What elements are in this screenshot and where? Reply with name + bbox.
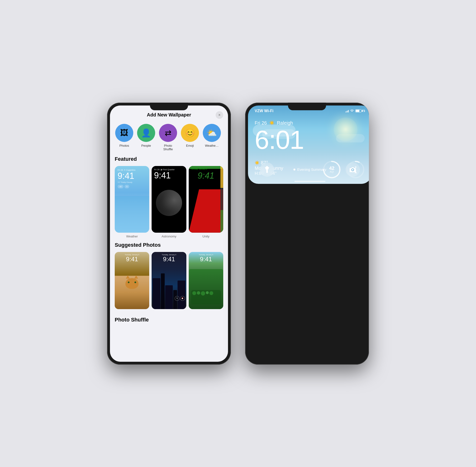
sun-graphic bbox=[334, 117, 357, 141]
battery-icon bbox=[355, 109, 362, 112]
nature-time: 9:41 bbox=[189, 256, 223, 263]
suggested-section: Suggested Photos Tuesday, January 9 9:41 bbox=[110, 242, 228, 313]
people-label: People bbox=[141, 144, 151, 147]
weather-icon: ⛅ bbox=[203, 124, 221, 142]
battery-percent: 73 bbox=[362, 109, 365, 113]
photos-icon: 🖼 bbox=[115, 124, 133, 142]
notch bbox=[150, 103, 188, 110]
aqi-value: 42 bbox=[329, 166, 334, 170]
unity-red bbox=[189, 189, 223, 233]
svg-rect-4 bbox=[266, 166, 268, 167]
category-weather[interactable]: ⛅ Weathe… bbox=[202, 124, 221, 151]
uv-sun-icon: ☀ bbox=[354, 165, 357, 169]
status-icons: 73 bbox=[346, 109, 365, 113]
unity-wallpaper-card[interactable]: 9:41 Tuesday, January 9 bbox=[189, 166, 223, 233]
carrier-label: VZW Wi-Fi bbox=[255, 109, 274, 113]
signal-bar-1 bbox=[346, 111, 346, 112]
unity-date: Tuesday, January 9 bbox=[191, 168, 207, 170]
cat-body-area bbox=[115, 276, 149, 309]
lily-detail bbox=[191, 290, 221, 304]
photo-shuffle-section: Photo Shuffle bbox=[110, 313, 228, 323]
flashlight-button[interactable] bbox=[260, 162, 274, 177]
lily1 bbox=[192, 291, 196, 295]
svg-rect-6 bbox=[266, 169, 268, 173]
wallpaper-sheet: Add New Wallpaper × 🖼 Photos 👤 People ⇄ … bbox=[110, 105, 228, 362]
lock-bottom: Evening Summary bbox=[248, 162, 369, 177]
lily5 bbox=[209, 291, 213, 295]
cloud-2 bbox=[262, 129, 296, 139]
shuffle-icon: ⇄ bbox=[159, 124, 177, 142]
weather-card-info: 72° Partly Cloudy bbox=[118, 181, 146, 183]
moon-graphic bbox=[152, 180, 186, 225]
building-2 bbox=[161, 273, 165, 309]
cat-eyes bbox=[125, 278, 138, 283]
suggested-cat-card[interactable]: Tuesday, January 9 9:41 bbox=[115, 252, 149, 309]
svg-marker-5 bbox=[265, 167, 269, 169]
aqi-gauge-inner: 42 AQI bbox=[329, 166, 334, 173]
weather-card-sky bbox=[115, 196, 149, 233]
category-emoji[interactable]: 😊 Emoji bbox=[180, 124, 200, 151]
suggested-nature-card[interactable]: Tuesday, January 9 9:41 bbox=[189, 252, 223, 309]
signal-icon bbox=[346, 110, 349, 112]
uv-badge: 5 bbox=[125, 185, 129, 188]
city-badges: 72 ⏰ bbox=[175, 296, 185, 301]
uv-gauge-inner: ☀ 1 bbox=[354, 165, 357, 174]
weather-card-label: Weather bbox=[115, 234, 149, 238]
right-phone: VZW Wi-Fi bbox=[245, 103, 369, 364]
cat-eye-right bbox=[135, 282, 136, 283]
nature-card-header: Tuesday, January 9 9:41 bbox=[189, 254, 223, 263]
astronomy-card-date: Fri 26 ◑ First Quarter bbox=[154, 168, 184, 171]
unity-time: 9:41 bbox=[191, 171, 221, 181]
suggested-title: Suggested Photos bbox=[115, 242, 223, 248]
aqi-label: AQI bbox=[329, 170, 334, 173]
cat-eye-left bbox=[128, 282, 129, 283]
notification-dot bbox=[293, 169, 295, 170]
weather-badges: 42 5 bbox=[118, 185, 146, 188]
right-screen: VZW Wi-Fi bbox=[248, 105, 369, 184]
cat-card-header: Tuesday, January 9 9:41 bbox=[115, 254, 149, 263]
featured-card-labels: Weather Astronomy Unity bbox=[115, 234, 223, 238]
city-buildings bbox=[152, 273, 186, 309]
emoji-icon: 😊 bbox=[181, 124, 199, 142]
scroll-area[interactable]: Featured Fri 26 ☀ Cupertino 9:41 72° Par… bbox=[110, 156, 228, 350]
category-people[interactable]: 👤 People bbox=[137, 124, 156, 151]
weather-wallpaper-card[interactable]: Fri 26 ☀ Cupertino 9:41 72° Partly Cloud… bbox=[115, 166, 149, 233]
people-icon: 👤 bbox=[137, 124, 155, 142]
home-indicator bbox=[294, 181, 325, 182]
weather-card-date: Fri 26 ☀ Cupertino bbox=[118, 169, 146, 171]
category-photos[interactable]: 🖼 Photos bbox=[115, 124, 134, 151]
category-shuffle[interactable]: ⇄ PhotoShuffle bbox=[159, 124, 177, 151]
cat-time: 9:41 bbox=[115, 256, 149, 263]
moon bbox=[156, 190, 182, 216]
cat-ear-left bbox=[126, 275, 130, 279]
cat-date: Tuesday, January 9 bbox=[115, 254, 149, 256]
unity-flag-stripe bbox=[220, 166, 223, 233]
suggested-city-card[interactable]: Tuesday, January 9 9:41 bbox=[152, 252, 186, 309]
lily3 bbox=[201, 291, 205, 296]
astronomy-wallpaper-card[interactable]: Fri 26 ◑ First Quarter 9:41 bbox=[152, 166, 186, 233]
signal-bar-3 bbox=[348, 110, 349, 112]
unity-content: 9:41 Tuesday, January 9 bbox=[189, 166, 223, 233]
photos-label: Photos bbox=[119, 144, 129, 147]
left-phone: Add New Wallpaper × 🖼 Photos 👤 People ⇄ … bbox=[107, 103, 231, 364]
photo-shuffle-title: Photo Shuffle bbox=[115, 317, 223, 323]
close-button[interactable]: × bbox=[216, 111, 223, 119]
building-3 bbox=[165, 285, 173, 309]
shuffle-label: PhotoShuffle bbox=[163, 144, 173, 151]
weather-card-time: 9:41 bbox=[118, 172, 146, 180]
icon-row: 🖼 Photos 👤 People ⇄ PhotoShuffle 😊 Emoji… bbox=[110, 121, 228, 156]
cat-ear-right bbox=[134, 275, 138, 279]
battery-indicator: 73 bbox=[355, 109, 365, 113]
camera-button[interactable] bbox=[346, 162, 360, 177]
featured-title: Featured bbox=[115, 156, 223, 162]
city-date: Tuesday, January 9 bbox=[152, 254, 186, 256]
nature-date: Tuesday, January 9 bbox=[189, 254, 223, 256]
featured-cards: Fri 26 ☀ Cupertino 9:41 72° Partly Cloud… bbox=[115, 166, 223, 233]
cat-face bbox=[125, 278, 138, 289]
weather-card-content: Fri 26 ☀ Cupertino 9:41 72° Partly Cloud… bbox=[115, 166, 149, 191]
sheet-title: Add New Wallpaper bbox=[147, 112, 191, 118]
suggested-grid: Tuesday, January 9 9:41 bbox=[115, 252, 223, 309]
uv-value: 1 bbox=[354, 169, 357, 174]
astronomy-card-label: Astronomy bbox=[152, 234, 186, 238]
left-screen: Add New Wallpaper × 🖼 Photos 👤 People ⇄ … bbox=[110, 105, 228, 362]
